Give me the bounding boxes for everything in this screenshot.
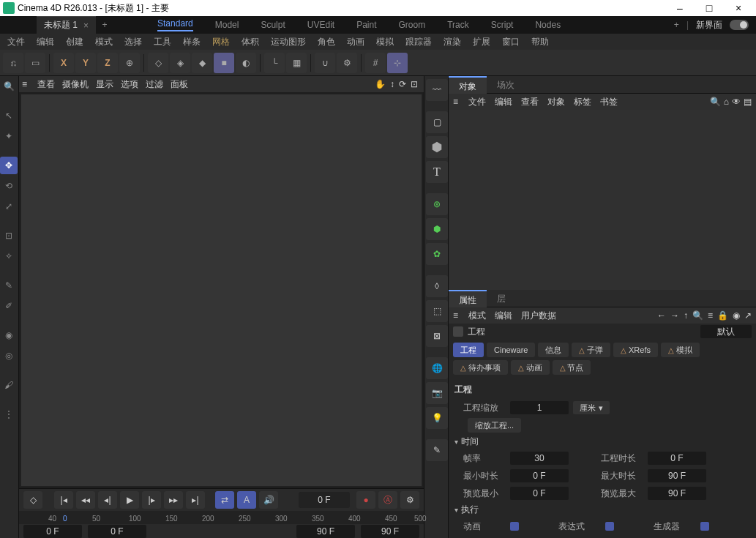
search-icon[interactable]: 🔍 bbox=[692, 310, 703, 321]
search-icon[interactable]: 🔍 bbox=[0, 78, 18, 95]
new-tab-button[interactable]: + bbox=[96, 20, 113, 30]
cube-outline-icon[interactable]: ◇ bbox=[148, 53, 168, 73]
input-dur[interactable]: 0 F bbox=[648, 452, 706, 465]
field-icon[interactable]: ⊛ bbox=[426, 193, 448, 215]
cloner-icon[interactable]: ✿ bbox=[426, 243, 448, 265]
layout-tab-nodes[interactable]: Nodes bbox=[535, 20, 561, 30]
nav-fwd-icon[interactable]: → bbox=[670, 310, 679, 321]
menu-window[interactable]: 窗口 bbox=[498, 34, 524, 50]
rect-icon[interactable]: ▢ bbox=[426, 111, 448, 133]
layout-tab-uvedit[interactable]: UVEdit bbox=[307, 20, 334, 30]
obj-menu-tags[interactable]: 标签 bbox=[574, 96, 591, 108]
play-icon[interactable]: ▶ bbox=[120, 491, 139, 509]
goto-start-icon[interactable]: |◂ bbox=[54, 491, 73, 509]
vp-menu-options[interactable]: 选项 bbox=[121, 78, 138, 91]
maximize-viewport-icon[interactable]: ⊡ bbox=[411, 79, 418, 89]
menu-select[interactable]: 选择 bbox=[120, 34, 146, 50]
range-to[interactable]: 90 F bbox=[296, 525, 355, 538]
spline-pen-icon[interactable]: 〰 bbox=[426, 79, 448, 101]
orbit-icon[interactable]: ⟳ bbox=[399, 79, 406, 89]
brush1-icon[interactable]: ✎ bbox=[0, 277, 18, 294]
checkbox-expr[interactable] bbox=[605, 522, 614, 531]
maximize-button[interactable]: □ bbox=[695, 2, 724, 14]
sculpt1-icon[interactable]: ◉ bbox=[0, 326, 18, 344]
axis-z[interactable]: Z bbox=[97, 53, 118, 73]
atab-info[interactable]: 信息 bbox=[538, 343, 569, 357]
layout-tab-script[interactable]: Script bbox=[491, 20, 514, 30]
range-end[interactable]: 90 F bbox=[361, 525, 419, 538]
move-icon[interactable]: ✥ bbox=[0, 157, 18, 174]
input-fps[interactable]: 30 bbox=[510, 452, 569, 465]
attr-menu-userdata[interactable]: 用户数据 bbox=[521, 310, 556, 322]
current-frame[interactable]: 0 F bbox=[299, 492, 350, 508]
layout-tab-track[interactable]: Track bbox=[447, 20, 469, 30]
generator-icon[interactable]: ⬚ bbox=[426, 300, 448, 322]
new-ui-toggle[interactable] bbox=[730, 20, 749, 30]
tab-layers[interactable]: 层 bbox=[487, 290, 516, 307]
search-icon[interactable]: 🔍 bbox=[710, 97, 721, 107]
timeline-ruler[interactable]: 40 0 50 100 150 200 250 300 350 400 450 … bbox=[19, 511, 424, 524]
range-from[interactable]: 0 F bbox=[88, 525, 146, 538]
environment-icon[interactable]: 🌐 bbox=[426, 357, 448, 379]
input-mint[interactable]: 0 F bbox=[510, 469, 569, 482]
add-layout-button[interactable]: + bbox=[674, 20, 679, 30]
axis-x[interactable]: X bbox=[53, 53, 74, 73]
menu-volume[interactable]: 体积 bbox=[237, 34, 263, 50]
prev-frame-icon[interactable]: ◂| bbox=[98, 491, 117, 509]
obj-menu-bookmarks[interactable]: 书签 bbox=[600, 96, 618, 108]
next-key-icon[interactable]: ▸▸ bbox=[164, 491, 183, 509]
layout-tab-groom[interactable]: Groom bbox=[399, 20, 426, 30]
nav-back-icon[interactable]: ← bbox=[657, 310, 666, 321]
misc-icon[interactable]: ⋮ bbox=[0, 406, 18, 423]
input-scale[interactable]: 1 bbox=[510, 401, 569, 414]
menu-simulate[interactable]: 模拟 bbox=[372, 34, 398, 50]
file-tab[interactable]: 未标题 1 × bbox=[37, 16, 96, 34]
magnet-icon[interactable]: ∪ bbox=[315, 53, 335, 73]
menu-extensions[interactable]: 扩展 bbox=[468, 34, 495, 50]
placement-icon[interactable]: ✧ bbox=[0, 247, 18, 265]
hamburger-icon[interactable]: ≡ bbox=[453, 97, 458, 107]
cursor-icon[interactable]: ↖ bbox=[0, 107, 18, 124]
snap-point-icon[interactable]: ⊹ bbox=[387, 53, 408, 73]
close-button[interactable]: × bbox=[724, 2, 753, 14]
layout-tab-standard[interactable]: Standard bbox=[157, 18, 193, 31]
axis-y[interactable]: Y bbox=[75, 53, 96, 73]
eye-icon[interactable]: 👁 bbox=[732, 97, 741, 107]
obj-menu-file[interactable]: 文件 bbox=[468, 96, 486, 108]
tab-objects[interactable]: 对象 bbox=[449, 76, 487, 94]
layout-tab-sculpt[interactable]: Sculpt bbox=[261, 20, 285, 30]
camera-icon[interactable]: 📷 bbox=[426, 382, 448, 404]
record-icon[interactable]: ● bbox=[356, 491, 375, 509]
tab-takes[interactable]: 场次 bbox=[487, 76, 525, 94]
menu-help[interactable]: 帮助 bbox=[527, 34, 553, 50]
atab-project[interactable]: 工程 bbox=[453, 343, 484, 357]
atab-xrefs[interactable]: XRefs bbox=[613, 343, 658, 357]
section-time[interactable]: 时间 bbox=[454, 434, 750, 449]
snap-grid-icon[interactable]: # bbox=[365, 53, 386, 73]
lock-icon[interactable]: 🔒 bbox=[717, 310, 728, 321]
next-frame-icon[interactable]: |▸ bbox=[142, 491, 161, 509]
goto-end-icon[interactable]: ▸| bbox=[186, 491, 205, 509]
timeline-gear-icon[interactable]: ⚙ bbox=[400, 491, 419, 509]
obj-menu-view[interactable]: 查看 bbox=[521, 96, 539, 108]
light-icon[interactable]: 💡 bbox=[426, 407, 448, 429]
menu-mode[interactable]: 模式 bbox=[91, 34, 117, 50]
menu-mesh[interactable]: 网格 bbox=[208, 34, 234, 50]
vp-menu-panel[interactable]: 面板 bbox=[171, 78, 188, 91]
sculpt2-icon[interactable]: ◎ bbox=[0, 347, 18, 365]
menu-spline[interactable]: 样条 bbox=[179, 34, 205, 50]
history-button[interactable]: ⎌ bbox=[3, 53, 23, 73]
popup-icon[interactable]: ↗ bbox=[744, 310, 752, 321]
menu-character[interactable]: 角色 bbox=[313, 34, 340, 50]
gear-icon[interactable]: ⚙ bbox=[337, 53, 357, 73]
vp-menu-filter[interactable]: 过滤 bbox=[146, 78, 163, 91]
paint-icon[interactable]: 🖌 bbox=[0, 376, 18, 394]
cube-extra-icon[interactable]: ◐ bbox=[236, 53, 256, 73]
atab-sim[interactable]: 模拟 bbox=[661, 343, 700, 357]
tab-attributes[interactable]: 属性 bbox=[449, 290, 487, 307]
sds-icon[interactable]: ⊠ bbox=[426, 325, 448, 347]
input-prevmin[interactable]: 0 F bbox=[510, 487, 569, 500]
rotate-icon[interactable]: ⟲ bbox=[0, 177, 18, 195]
sound-icon[interactable]: 🔊 bbox=[259, 491, 278, 509]
pointer-icon[interactable]: ✦ bbox=[0, 127, 18, 145]
